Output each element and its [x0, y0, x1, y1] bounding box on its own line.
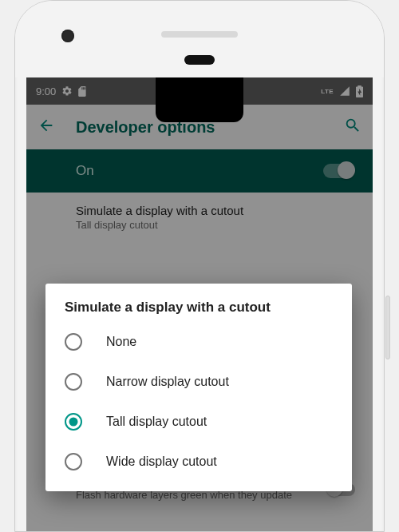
front-camera-icon: [61, 30, 74, 42]
radio-icon: [65, 453, 82, 470]
radio-label: Wide display cutout: [106, 455, 217, 469]
radio-option-none[interactable]: None: [45, 322, 352, 362]
earpiece-icon: [161, 31, 238, 38]
device-bezel: [15, 1, 384, 77]
device-frame: 9:00 LTE: [14, 0, 385, 532]
radio-option-narrow[interactable]: Narrow display cutout: [45, 362, 352, 402]
device-side-button: [385, 296, 390, 359]
radio-label: None: [106, 335, 136, 349]
proximity-sensor-icon: [184, 55, 215, 65]
radio-icon: [65, 373, 82, 391]
radio-icon: [65, 333, 82, 351]
radio-label: Narrow display cutout: [106, 375, 229, 389]
radio-icon-selected: [65, 413, 82, 431]
radio-option-tall[interactable]: Tall display cutout: [45, 402, 352, 442]
device-screen: 9:00 LTE: [26, 77, 373, 531]
cutout-dialog: Simulate a display with a cutout None Na…: [45, 284, 352, 491]
dialog-title: Simulate a display with a cutout: [45, 300, 352, 322]
radio-option-wide[interactable]: Wide display cutout: [45, 442, 352, 482]
display-cutout-notch: [156, 77, 243, 122]
radio-label: Tall display cutout: [106, 415, 207, 429]
